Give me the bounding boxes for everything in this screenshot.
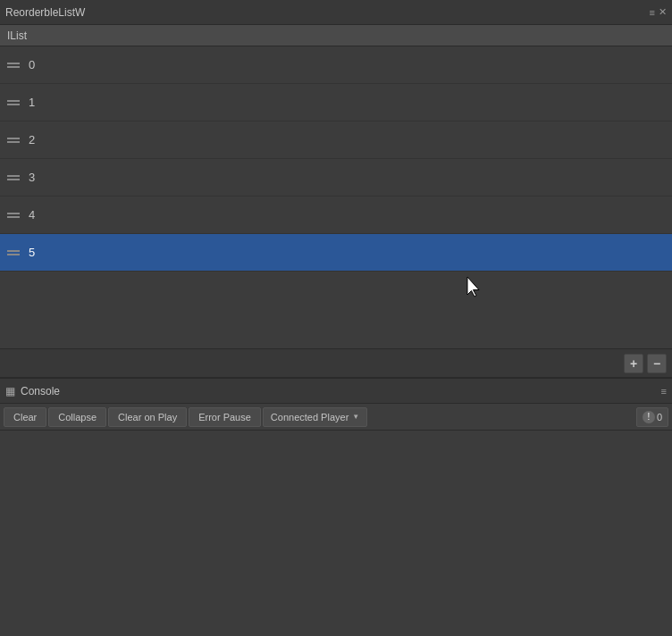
list-item[interactable]: 2 (0, 121, 672, 159)
item-number-5: 5 (29, 246, 35, 259)
console-title-text: Console (21, 385, 60, 398)
list-item[interactable]: 3 (0, 159, 672, 197)
list-panel: IList 0 1 2 (0, 25, 672, 377)
console-title-bar: ▦ Console ≡ (0, 379, 672, 404)
error-badge[interactable]: ! 0 (636, 407, 668, 427)
list-item[interactable]: 0 (0, 46, 672, 84)
badge-count: 0 (657, 412, 662, 423)
drag-handle (7, 213, 20, 218)
connected-player-label: Connected Player (271, 412, 349, 423)
dropdown-arrow-icon: ▼ (352, 413, 359, 421)
item-number-4: 4 (29, 208, 35, 222)
list-toolbar: + − (0, 348, 672, 377)
clear-button[interactable]: Clear (4, 407, 46, 427)
menu-icon[interactable]: ≡ (650, 7, 655, 18)
main-window: ReorderbleListW ≡ ✕ IList 0 1 (0, 0, 672, 636)
console-title-group: ▦ Console (5, 385, 60, 398)
list-content: 0 1 2 3 (0, 46, 672, 348)
console-panel-icon: ▦ (5, 385, 15, 398)
collapse-button[interactable]: Collapse (48, 407, 106, 427)
clear-on-play-button[interactable]: Clear on Play (108, 407, 187, 427)
title-bar: ReorderbleListW ≡ ✕ (0, 0, 672, 25)
item-number-3: 3 (29, 171, 35, 184)
list-item[interactable]: 1 (0, 84, 672, 121)
list-item-selected[interactable]: 5 (0, 234, 672, 272)
console-menu-icon[interactable]: ≡ (661, 386, 667, 397)
connected-player-button[interactable]: Connected Player ▼ (263, 407, 367, 427)
console-toolbar: Clear Collapse Clear on Play Error Pause… (0, 404, 672, 431)
console-content (0, 431, 672, 636)
badge-icon: ! (643, 411, 655, 423)
error-pause-button[interactable]: Error Pause (189, 407, 261, 427)
drag-handle (7, 138, 20, 143)
drag-handle (7, 63, 20, 68)
list-header-label: IList (7, 29, 27, 42)
close-icon[interactable]: ✕ (659, 6, 667, 18)
drag-handle (7, 100, 20, 105)
list-item[interactable]: 4 (0, 197, 672, 234)
item-number-2: 2 (29, 133, 35, 146)
add-item-button[interactable]: + (624, 354, 643, 373)
console-panel: ▦ Console ≡ Clear Collapse Clear on Play… (0, 377, 672, 636)
title-bar-controls: ≡ ✕ (650, 6, 667, 18)
item-number-0: 0 (29, 58, 35, 71)
drag-handle (7, 175, 20, 180)
drag-handle (7, 250, 20, 255)
remove-item-button[interactable]: − (647, 354, 667, 373)
list-header: IList (0, 25, 672, 46)
console-right-controls: ! 0 (636, 407, 668, 427)
window-title: ReorderbleListW (5, 6, 85, 19)
item-number-1: 1 (29, 96, 35, 109)
console-title-controls: ≡ (661, 386, 667, 397)
